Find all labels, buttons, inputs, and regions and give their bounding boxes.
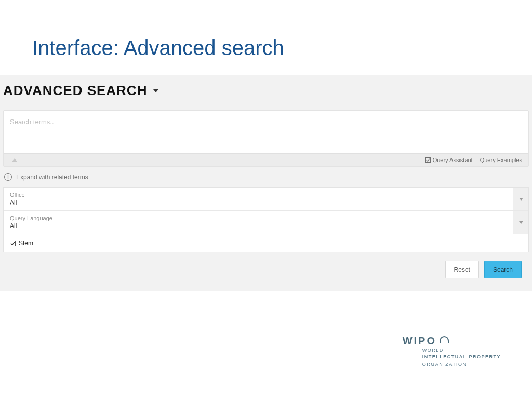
stem-checkbox-row[interactable]: Stem	[4, 234, 528, 252]
panel-heading: ADVANCED SEARCH	[3, 83, 147, 99]
query-language-value: All	[10, 222, 507, 230]
checkbox-checked-icon	[425, 157, 431, 163]
checkbox-checked-icon	[10, 241, 16, 246]
query-language-select[interactable]: Query Language All	[4, 211, 528, 234]
query-examples-link[interactable]: Query Examples	[480, 157, 522, 163]
office-dropdown-button[interactable]	[513, 188, 528, 210]
wipo-line1: WORLD	[422, 347, 501, 354]
query-language-label: Query Language	[10, 215, 507, 221]
query-assistant-label: Query Assistant	[433, 157, 473, 163]
search-button[interactable]: Search	[484, 261, 522, 278]
wipo-arc-icon	[440, 336, 449, 343]
slide-title: Interface: Advanced search	[0, 0, 532, 75]
chevron-down-icon	[153, 89, 158, 92]
plus-circle-icon	[4, 173, 12, 181]
wipo-logo: WIPO WORLD INTELLECTUAL PROPERTY ORGANIZ…	[403, 335, 501, 368]
search-terms-input[interactable]	[4, 111, 528, 151]
wipo-line2: INTELLECTUAL PROPERTY	[422, 354, 501, 361]
search-toolbar: Query Assistant Query Examples	[4, 153, 528, 166]
office-label: Office	[10, 192, 507, 198]
search-box: Query Assistant Query Examples	[3, 110, 529, 167]
expand-related-terms[interactable]: Expand with related terms	[0, 167, 532, 187]
query-language-dropdown-button[interactable]	[513, 211, 528, 234]
wipo-brand-text: WIPO	[403, 335, 436, 347]
wipo-line3: ORGANIZATION	[422, 361, 501, 368]
office-select[interactable]: Office All	[4, 188, 528, 211]
chevron-down-icon	[519, 198, 523, 201]
stem-label: Stem	[19, 240, 33, 247]
panel-header[interactable]: ADVANCED SEARCH	[0, 75, 532, 106]
filters-group: Office All Query Language All Stem	[3, 187, 529, 252]
advanced-search-panel: ADVANCED SEARCH Query Assistant Query Ex…	[0, 75, 532, 291]
chevron-down-icon	[519, 221, 523, 224]
expand-up-icon[interactable]	[12, 158, 17, 162]
query-assistant-toggle[interactable]: Query Assistant	[425, 157, 473, 163]
action-buttons: Reset Search	[0, 252, 532, 278]
reset-button[interactable]: Reset	[445, 261, 479, 278]
office-value: All	[10, 199, 507, 206]
expand-label: Expand with related terms	[16, 174, 88, 181]
